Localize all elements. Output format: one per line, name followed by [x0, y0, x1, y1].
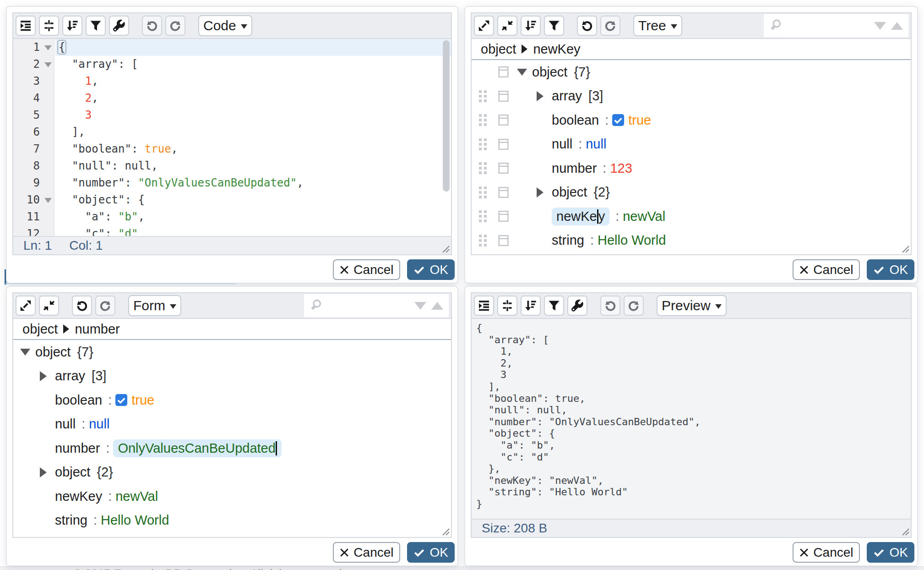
breadcrumb-segment[interactable]: newKey [533, 42, 580, 57]
field-name[interactable]: boolean [55, 393, 102, 408]
search-previous-icon[interactable] [891, 22, 903, 30]
resize-handle-icon[interactable] [899, 243, 910, 254]
field-name[interactable]: null [55, 417, 76, 432]
field-name[interactable]: newKey [55, 489, 102, 504]
undo-button[interactable] [600, 296, 620, 316]
undo-button[interactable] [72, 296, 92, 316]
format-button[interactable] [16, 16, 36, 36]
form-mode-dropdown[interactable]: Form [128, 295, 181, 316]
field-name[interactable]: null [552, 137, 572, 152]
repair-button[interactable] [109, 16, 129, 36]
expand-all-button[interactable] [474, 16, 494, 36]
resize-handle-icon[interactable] [899, 526, 910, 537]
search-input[interactable] [788, 19, 874, 33]
drag-handle-icon[interactable] [478, 161, 488, 175]
collapse-node-icon[interactable] [20, 349, 35, 356]
row-menu-button[interactable] [498, 210, 509, 222]
field-name[interactable]: newKey [552, 208, 609, 225]
cancel-button[interactable]: Cancel [793, 542, 859, 563]
drag-handle-icon[interactable] [478, 234, 488, 247]
row-menu-button[interactable] [498, 90, 509, 102]
expand-node-icon[interactable] [537, 91, 552, 101]
tree-mode-dropdown[interactable]: Tree [633, 15, 682, 36]
vertical-scrollbar-thumb[interactable] [443, 40, 450, 192]
field-value[interactable]: OnlyValuesCanBeUpdated [113, 439, 281, 457]
transform-button[interactable] [544, 296, 564, 316]
format-button[interactable] [474, 296, 494, 316]
field-name[interactable]: string [55, 513, 87, 528]
compact-button[interactable] [497, 296, 517, 316]
row-menu-button[interactable] [498, 138, 509, 150]
expand-node-icon[interactable] [40, 467, 55, 477]
undo-button[interactable] [142, 16, 162, 36]
field-value[interactable]: 123 [610, 161, 632, 176]
field-value[interactable]: null [586, 137, 606, 152]
collapse-all-button[interactable] [39, 296, 59, 316]
ok-button[interactable]: OK [867, 542, 914, 563]
fold-arrow-icon[interactable] [44, 198, 52, 203]
search-previous-icon[interactable] [431, 302, 443, 310]
drag-handle-icon[interactable] [478, 113, 488, 127]
field-value[interactable]: newVal [623, 209, 665, 224]
field-value[interactable]: true [628, 113, 651, 128]
search-next-icon[interactable] [874, 22, 886, 30]
collapse-node-icon[interactable] [517, 69, 532, 76]
field-name[interactable]: object [532, 65, 567, 80]
field-name[interactable]: object [55, 465, 90, 480]
field-value[interactable]: Hello World [101, 513, 169, 528]
field-name[interactable]: number [552, 161, 597, 176]
search-input[interactable] [328, 299, 414, 313]
drag-handle-icon[interactable] [478, 209, 488, 223]
redo-button[interactable] [600, 16, 620, 36]
expand-node-icon[interactable] [40, 371, 55, 381]
field-value[interactable]: true [131, 393, 154, 408]
redo-button[interactable] [165, 16, 185, 36]
preview-text-area[interactable]: { "array": [ 1, 2, 3 ], "boolean": true,… [472, 319, 911, 519]
row-menu-button[interactable] [498, 66, 509, 78]
breadcrumb-segment[interactable]: object [22, 322, 58, 337]
fold-arrow-icon[interactable] [44, 45, 52, 50]
collapse-all-button[interactable] [497, 16, 517, 36]
sort-button[interactable] [521, 296, 541, 316]
field-name[interactable]: object [35, 345, 71, 360]
drag-handle-icon[interactable] [478, 186, 488, 199]
drag-handle-icon[interactable] [478, 89, 488, 103]
expand-node-icon[interactable] [537, 187, 552, 197]
sort-button[interactable] [521, 16, 541, 36]
boolean-checkbox[interactable] [612, 114, 624, 126]
boolean-checkbox[interactable] [115, 394, 127, 406]
expand-all-button[interactable] [16, 296, 36, 316]
field-value[interactable]: null [89, 417, 109, 432]
compact-button[interactable] [39, 16, 59, 36]
preview-mode-dropdown[interactable]: Preview [657, 295, 727, 316]
field-name[interactable]: array [552, 88, 582, 104]
field-value[interactable]: Hello World [598, 233, 666, 248]
cancel-button[interactable]: Cancel [333, 259, 400, 280]
field-name[interactable]: array [55, 368, 85, 384]
fold-arrow-icon[interactable] [44, 62, 52, 67]
ok-button[interactable]: OK [867, 259, 914, 280]
field-name[interactable]: boolean [552, 113, 599, 128]
field-value[interactable]: newVal [115, 489, 158, 504]
resize-handle-icon[interactable] [440, 526, 451, 537]
breadcrumb-segment[interactable]: object [481, 42, 516, 57]
row-menu-button[interactable] [498, 162, 509, 174]
field-name[interactable]: string [552, 233, 584, 248]
search-next-icon[interactable] [414, 302, 426, 310]
transform-button[interactable] [86, 16, 106, 36]
ok-button[interactable]: OK [407, 259, 455, 280]
resize-handle-icon[interactable] [440, 243, 451, 254]
cancel-button[interactable]: Cancel [793, 259, 859, 280]
breadcrumb-segment[interactable]: number [75, 322, 120, 337]
drag-handle-icon[interactable] [478, 137, 488, 151]
row-menu-button[interactable] [498, 186, 509, 198]
row-menu-button[interactable] [498, 235, 509, 247]
cancel-button[interactable]: Cancel [333, 542, 400, 563]
ok-button[interactable]: OK [407, 542, 455, 563]
code-mode-dropdown[interactable]: Code [198, 15, 252, 36]
code-editor-area[interactable]: 123456789101112{ "array": [ 1, 2, 3 ], "… [13, 39, 451, 236]
row-menu-button[interactable] [498, 114, 509, 126]
sort-button[interactable] [62, 16, 82, 36]
undo-button[interactable] [577, 16, 597, 36]
redo-button[interactable] [624, 296, 644, 316]
